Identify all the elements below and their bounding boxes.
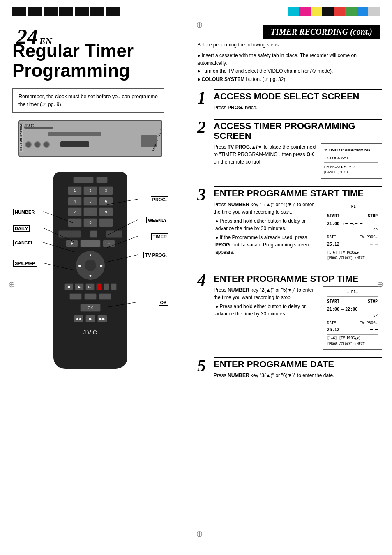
color-cyan <box>288 7 299 16</box>
crosshair-left-mid: ⊕ <box>8 279 15 289</box>
step-4-display: – P1– START STOP 21:00 → 22:00 SP <box>323 286 382 350</box>
step-3-number: 3 <box>197 186 210 264</box>
step-4: 4 ENTER PROGRAMME STOP TIME Press NUMBER… <box>197 272 382 350</box>
step-3: 3 ENTER PROGRAMME START TIME Press NUMBE… <box>197 186 382 264</box>
label-number: NUMBER <box>13 209 36 215</box>
step-1-content: ACCESS MODE SELECT SCREEN Press PROG. tw… <box>214 89 382 111</box>
step-4-number: 4 <box>197 272 210 350</box>
step-2-inline: Press TV PROG.▲/▼ to place the pointer n… <box>214 143 382 178</box>
color-green <box>345 7 357 16</box>
top-color-bar <box>288 7 380 16</box>
step-4-title: ENTER PROGRAMME STOP TIME <box>214 272 382 284</box>
label-timer: TIMER <box>151 233 168 240</box>
label-prog: PROG. <box>151 196 168 203</box>
step-2-number: 2 <box>197 119 210 179</box>
label-weekly: WEEKLY <box>146 217 168 223</box>
color-red <box>334 7 345 16</box>
note-box: Remember, the clock must be set before y… <box>12 88 164 113</box>
step-2-content: ACCESS TIMER PROGRAMMING SCREEN Press TV… <box>214 119 382 179</box>
step-4-panel: – P1– START STOP 21:00 → 22:00 SP <box>323 286 382 350</box>
step-1: 1 ACCESS MODE SELECT SCREEN Press PROG. … <box>197 89 382 111</box>
intro-pre: Before performing the following steps: <box>197 41 382 48</box>
label-ok: OK <box>159 299 169 306</box>
step-2-panel: ☞ TIMER PROGRAMMING CLOCK SET [TV PROG▲▼… <box>321 143 382 178</box>
step-2-text: Press TV PROG.▲/▼ to place the pointer n… <box>214 143 316 166</box>
remote-illustration-container: NUMBER DAILY CANCEL SP/LP/EP PROG. WEEKL… <box>12 172 168 369</box>
crosshair-bottom-center: ⊕ <box>196 529 203 539</box>
step-2-title: ACCESS TIMER PROGRAMMING SCREEN <box>214 119 382 141</box>
step-5-content: ENTER PROGRAMME DATE Press NUMBER key "3… <box>214 357 382 379</box>
intro-bullet-3: COLOUR SYSTEM button. (☞ pg. 32) <box>197 76 382 83</box>
timer-header: TIMER RECORDING (cont.) <box>263 25 380 39</box>
step-5-title: ENTER PROGRAMME DATE <box>214 357 382 369</box>
step-1-body: Press PROG. twice. <box>214 104 382 111</box>
remote-jvc-label: JVC <box>83 329 98 336</box>
step-4-inline: Press NUMBER key "2(▲)" or "5(▼)" to ent… <box>214 286 382 350</box>
color-lightgray <box>368 7 380 16</box>
step-1-title: ACCESS MODE SELECT SCREEN <box>214 89 382 101</box>
intro-bullet-2: Turn on the TV and select the VIDEO chan… <box>197 67 382 75</box>
color-blue <box>357 7 368 16</box>
crosshair-right-mid: ⊕ <box>377 279 384 289</box>
right-column: Before performing the following steps: I… <box>197 41 382 387</box>
label-cancel: CANCEL <box>13 240 35 246</box>
note-text: Remember, the clock must be set before y… <box>18 94 158 107</box>
label-spep: SP/LP/EP <box>13 260 37 267</box>
step-5: 5 ENTER PROGRAMME DATE Press NUMBER key … <box>197 357 382 379</box>
step-2: 2 ACCESS TIMER PROGRAMMING SCREEN Press … <box>197 119 382 179</box>
step-3-text: Press NUMBER key "1(▲)" or "4(▼)" to ent… <box>214 201 318 258</box>
vcr-illustration: JVC COLOUR SYSTEM AUTO SP/LP TIMER <box>12 120 168 168</box>
step-3-inline: Press NUMBER key "1(▲)" or "4(▼)" to ent… <box>214 201 382 264</box>
step-3-content: ENTER PROGRAMME START TIME Press NUMBER … <box>214 186 382 264</box>
crosshair-top-center: ⊕ <box>196 20 203 30</box>
page-title: Regular Timer Programming <box>12 41 189 81</box>
step-5-number: 5 <box>197 357 210 379</box>
step-3-panel: – P1– START STOP 21:00 → – –:– – SP <box>323 201 382 264</box>
color-magenta <box>299 7 311 16</box>
step-4-text: Press NUMBER key "2(▲)" or "5(▼)" to ent… <box>214 286 318 319</box>
color-yellow <box>311 7 322 16</box>
top-black-bar <box>12 7 120 16</box>
left-column: Regular Timer Programming Remember, the … <box>12 41 189 369</box>
color-black <box>322 7 334 16</box>
step-4-content: ENTER PROGRAMME STOP TIME Press NUMBER k… <box>214 272 382 350</box>
step-3-title: ENTER PROGRAMME START TIME <box>214 186 382 198</box>
step-2-side-panel: ☞ TIMER PROGRAMMING CLOCK SET [TV PROG▲▼… <box>321 143 382 178</box>
step-5-body: Press NUMBER key "3(▲)" or "6(▼)" to ent… <box>214 372 382 379</box>
step-3-display: – P1– START STOP 21:00 → – –:– – SP <box>323 201 382 264</box>
label-tvprog: TV PROG. <box>143 252 168 258</box>
label-daily: DAILY <box>13 225 30 232</box>
intro-bullet-1: Insert a cassette with the safety tab in… <box>197 52 382 67</box>
intro-bullets: Insert a cassette with the safety tab in… <box>197 52 382 83</box>
step-1-number: 1 <box>197 89 210 111</box>
